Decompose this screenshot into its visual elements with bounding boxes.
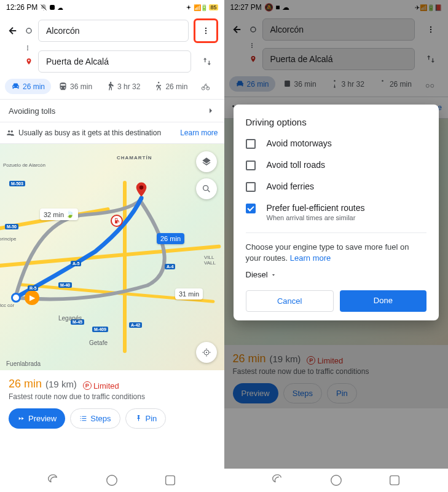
system-nav-bar bbox=[224, 469, 449, 492]
svg-point-6 bbox=[8, 130, 10, 133]
divider bbox=[246, 232, 427, 233]
travel-mode-tabs: 26 min 36 min 3 hr 32 26 min bbox=[0, 75, 224, 99]
cloud-icon: ☁ bbox=[57, 4, 63, 11]
engine-type-select[interactable]: Diesel bbox=[246, 270, 427, 279]
route-alt2-badge[interactable]: 31 min bbox=[175, 288, 203, 300]
route-alt1-badge[interactable]: 32 min🍃 bbox=[40, 208, 78, 220]
preview-button[interactable]: Preview bbox=[9, 408, 65, 429]
option-fuel-efficient[interactable]: Prefer fuel-efficient routes When arriva… bbox=[246, 203, 427, 221]
map-view[interactable]: ▶ lcc cór 32 min🍃 26 min 31 min M-503 M-… bbox=[0, 144, 224, 370]
nav-recent-icon[interactable] bbox=[163, 474, 177, 487]
checkbox-icon[interactable] bbox=[246, 161, 256, 170]
chevron-right-icon bbox=[206, 106, 216, 116]
busyness-row: Usually as busy as it gets at this desti… bbox=[0, 122, 224, 144]
more-options-button[interactable] bbox=[197, 22, 215, 40]
driving-options-dialog: Driving options Avoid motorways Avoid to… bbox=[234, 105, 439, 320]
steps-button[interactable]: Steps bbox=[70, 408, 120, 429]
nav-home-icon[interactable] bbox=[329, 474, 343, 487]
origin-dot-icon bbox=[11, 293, 21, 303]
nav-back-icon[interactable] bbox=[271, 474, 285, 487]
checkbox-icon[interactable] bbox=[246, 182, 256, 192]
svg-point-1 bbox=[205, 28, 206, 29]
status-right: 📶🔋 85 bbox=[186, 4, 218, 11]
search-map-button[interactable] bbox=[196, 178, 217, 199]
more-button-highlight bbox=[194, 18, 218, 43]
destination-input[interactable]: Puerta de Alcalá bbox=[38, 50, 191, 73]
route-bottom-sheet: 26 min (19 km) P Limited Fastest route n… bbox=[0, 370, 224, 434]
svg-point-3 bbox=[205, 33, 206, 34]
dnd-icon bbox=[40, 4, 47, 11]
system-nav-bar bbox=[0, 469, 224, 492]
layers-button[interactable] bbox=[196, 151, 217, 172]
svg-rect-13 bbox=[166, 476, 175, 485]
route-dots-icon bbox=[27, 46, 28, 50]
svg-point-7 bbox=[11, 130, 13, 133]
origin-marker-icon bbox=[25, 28, 33, 34]
svg-point-25 bbox=[331, 475, 341, 486]
my-location-button[interactable] bbox=[196, 342, 217, 363]
svg-point-2 bbox=[205, 30, 206, 31]
app-icon bbox=[50, 5, 55, 10]
svg-point-11 bbox=[206, 352, 206, 352]
route-time: 26 min bbox=[9, 378, 42, 391]
engine-helper-text: Choose your engine type to save more fue… bbox=[246, 242, 427, 264]
parking-badge: P Limited bbox=[83, 381, 119, 391]
dialog-title: Driving options bbox=[246, 117, 427, 127]
svg-point-12 bbox=[107, 475, 117, 486]
route-distance: (19 km) bbox=[45, 379, 77, 389]
mode-bike[interactable] bbox=[195, 79, 216, 94]
option-avoid-ferries[interactable]: Avoid ferries bbox=[246, 181, 427, 192]
mode-transit[interactable]: 36 min bbox=[52, 79, 98, 94]
mode-drive[interactable]: 26 min bbox=[5, 79, 51, 94]
svg-rect-26 bbox=[390, 476, 399, 485]
nav-home-icon[interactable] bbox=[105, 474, 119, 487]
option-avoid-tolls[interactable]: Avoid toll roads bbox=[246, 160, 427, 170]
destination-marker-icon bbox=[25, 57, 33, 66]
pin-button[interactable]: Pin bbox=[125, 408, 167, 429]
cancel-button[interactable]: Cancel bbox=[246, 290, 334, 312]
option-avoid-motorways[interactable]: Avoid motorways bbox=[246, 138, 427, 149]
checkbox-checked-icon[interactable] bbox=[246, 204, 256, 213]
checkbox-icon[interactable] bbox=[246, 139, 256, 149]
origin-town-label: lcc cór bbox=[0, 303, 14, 308]
fuel-station-icon bbox=[111, 215, 123, 227]
status-time: 12:26 PM bbox=[6, 3, 37, 12]
learn-more-link[interactable]: Learn more bbox=[290, 253, 331, 263]
origin-input[interactable]: Alcorcón bbox=[38, 20, 189, 42]
swap-button[interactable] bbox=[196, 57, 218, 66]
route-description: Fastest route now due to traffic conditi… bbox=[9, 392, 216, 401]
done-button[interactable]: Done bbox=[340, 290, 426, 312]
nav-back-icon[interactable] bbox=[47, 474, 60, 487]
screen-directions: 12:26 PM ☁ 📶🔋 85 Alcorcón bbox=[0, 0, 224, 492]
status-bar: 12:26 PM ☁ 📶🔋 85 bbox=[0, 0, 224, 15]
nav-recent-icon[interactable] bbox=[388, 474, 401, 487]
avoiding-tolls-row[interactable]: Avoiding tolls bbox=[0, 99, 224, 122]
mode-walk[interactable]: 3 hr 32 bbox=[100, 79, 146, 94]
svg-point-0 bbox=[26, 28, 31, 33]
learn-more-link[interactable]: Learn more bbox=[180, 129, 218, 137]
dropdown-arrow-icon bbox=[270, 272, 277, 278]
svg-point-9 bbox=[203, 186, 208, 191]
back-button[interactable] bbox=[6, 25, 20, 36]
route-main-badge[interactable]: 26 min bbox=[157, 233, 184, 244]
mode-ride[interactable]: 26 min bbox=[147, 79, 194, 94]
destination-pin-icon bbox=[135, 182, 147, 198]
current-location-icon: ▶ bbox=[25, 290, 39, 305]
people-icon bbox=[6, 129, 15, 137]
svg-point-8 bbox=[140, 186, 144, 190]
screen-driving-options: 12:27 PM🔕 ■ ☁ ✈📶🔋📕 Alcorcón Puerta de Al… bbox=[224, 0, 449, 492]
